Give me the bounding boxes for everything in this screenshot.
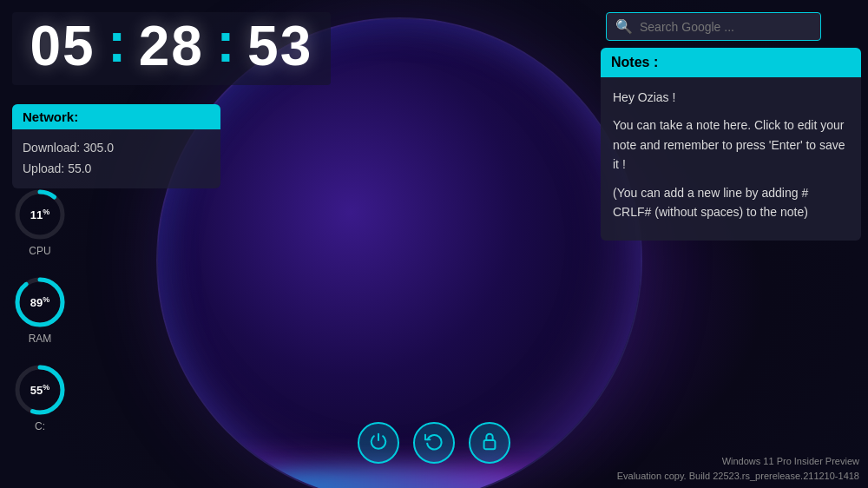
bottom-bar [358, 422, 510, 464]
lock-icon [480, 432, 499, 455]
search-icon: 🔍 [615, 18, 633, 35]
restart-icon [424, 432, 444, 455]
gauge-cpu: 11% CPU [12, 187, 68, 257]
network-header: Network: [12, 104, 220, 129]
clock-dot-1: : [106, 10, 128, 75]
orb-graphic [156, 17, 642, 488]
gauge-circle-cpu: 11% [12, 187, 68, 242]
gauge-container: 11% CPU 89% RAM [12, 187, 68, 432]
footer-text: Windows 11 Pro Insider Preview Evaluatio… [617, 454, 859, 483]
footer-line1: Windows 11 Pro Insider Preview [617, 454, 859, 469]
gauge-name-disk: C: [35, 420, 45, 432]
gauge-name-ram: RAM [29, 333, 52, 345]
notes-line-0: Hey Ozias ! [613, 88, 849, 107]
power-button[interactable] [358, 422, 399, 464]
search-input[interactable] [640, 20, 812, 34]
download-label: Download: 305.0 [23, 138, 210, 159]
gauge-label-disk: 55% [30, 383, 49, 397]
gauge-label-ram: 89% [30, 295, 49, 309]
notes-line-1: You can take a note here. Click to edit … [613, 115, 849, 174]
gauge-disk: 55% C: [12, 362, 68, 432]
gauge-label-cpu: 11% [30, 208, 49, 221]
network-body: Download: 305.0 Upload: 55.0 [12, 129, 220, 188]
svg-rect-6 [484, 440, 496, 449]
clock-hours: 05 [19, 14, 106, 78]
clock-widget: 05 : 28 : 53 [12, 12, 331, 85]
search-bar[interactable]: 🔍 [606, 12, 821, 41]
notes-body[interactable]: Hey Ozias !You can take a note here. Cli… [601, 77, 861, 241]
gauge-circle-ram: 89% [12, 274, 68, 330]
gauge-ram: 89% RAM [12, 274, 68, 345]
gauge-circle-disk: 55% [12, 362, 68, 418]
notes-widget: Notes : Hey Ozias !You can take a note h… [601, 48, 861, 241]
notes-header: Notes : [601, 48, 861, 77]
lock-button[interactable] [469, 422, 510, 464]
power-icon [369, 432, 388, 455]
clock-minutes: 28 [128, 14, 214, 78]
gauge-name-cpu: CPU [29, 245, 50, 257]
network-widget: Network: Download: 305.0 Upload: 55.0 [12, 104, 220, 188]
clock-dot-2: : [214, 10, 236, 75]
footer-line2: Evaluation copy. Build 22523.rs_prerelea… [617, 469, 859, 484]
clock-seconds: 53 [237, 14, 324, 78]
upload-label: Upload: 55.0 [23, 159, 210, 180]
restart-button[interactable] [413, 422, 455, 464]
notes-line-2: (You can add a new line by adding # CRLF… [613, 183, 849, 222]
